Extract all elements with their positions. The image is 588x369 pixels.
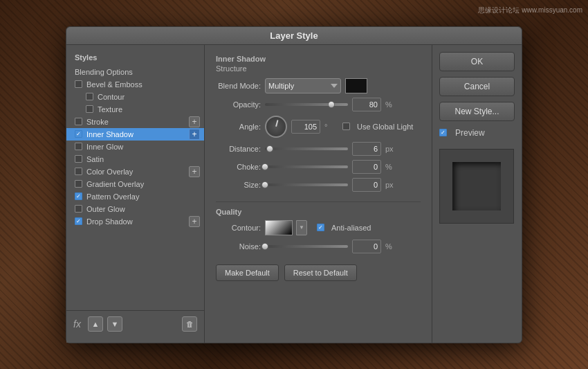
preview-label: Preview (455, 128, 485, 138)
satin-checkbox[interactable] (75, 155, 82, 163)
dialog-titlebar: Layer Style (66, 27, 522, 45)
inner-shadow-checkbox[interactable] (75, 130, 82, 138)
inner-shadow-add-btn[interactable]: + (189, 129, 200, 140)
anti-aliased-checkbox[interactable] (317, 224, 324, 231)
middle-panel: Inner Shadow Structure Blend Mode: Multi… (205, 45, 432, 343)
noise-slider-track (265, 245, 348, 248)
opacity-input[interactable] (352, 98, 381, 111)
make-default-button[interactable]: Make Default (216, 264, 279, 281)
sidebar-item-color-overlay[interactable]: Color Overlay + (66, 165, 204, 178)
color-overlay-add-btn[interactable]: + (189, 166, 200, 177)
angle-dial[interactable] (265, 116, 287, 138)
move-up-btn[interactable]: ▲ (88, 316, 103, 332)
sidebar-item-inner-glow[interactable]: Inner Glow (66, 141, 204, 153)
use-global-light-checkbox[interactable] (342, 123, 350, 130)
drop-shadow-label: Drop Shadow (86, 217, 133, 226)
dialog-body: Styles Blending Options Bevel & Emboss C… (66, 45, 522, 343)
ok-button[interactable]: OK (439, 52, 515, 71)
contour-row: Contour: ▼ Anti-aliased (216, 220, 421, 235)
choke-input[interactable] (352, 160, 381, 174)
inner-shadow-label: Inner Shadow (86, 130, 134, 138)
angle-label: Angle: (216, 123, 261, 131)
distance-input[interactable] (352, 142, 381, 156)
opacity-row: Opacity: % (216, 98, 421, 111)
sidebar-item-drop-shadow[interactable]: Drop Shadow + (66, 215, 204, 228)
distance-row: Distance: px (216, 142, 421, 156)
color-overlay-checkbox[interactable] (75, 168, 82, 175)
distance-slider-container[interactable] (265, 144, 348, 154)
sidebar-item-inner-shadow[interactable]: Inner Shadow + (66, 128, 204, 141)
sidebar-item-contour[interactable]: Contour (66, 91, 204, 103)
angle-input[interactable] (291, 120, 320, 134)
new-style-button[interactable]: New Style... (439, 102, 515, 121)
styles-title: Styles (66, 51, 204, 66)
chevron-down-icon: ▼ (299, 224, 304, 231)
cancel-button[interactable]: Cancel (439, 77, 515, 96)
noise-unit: % (385, 242, 395, 251)
move-down-btn[interactable]: ▼ (107, 316, 122, 332)
angle-row: Angle: ° Use Global Light (216, 116, 421, 138)
opacity-slider-container[interactable] (265, 100, 348, 109)
drop-shadow-add-btn[interactable]: + (189, 216, 200, 227)
gradient-overlay-label: Gradient Overlay (86, 180, 144, 188)
size-unit: px (385, 181, 395, 189)
anti-aliased-row: Anti-aliased (317, 224, 371, 232)
contour-label: Contour (98, 93, 125, 101)
dialog-title: Layer Style (270, 30, 318, 41)
sidebar-item-gradient-overlay[interactable]: Gradient Overlay (66, 178, 204, 190)
stroke-label: Stroke (86, 118, 109, 126)
reset-default-button[interactable]: Reset to Default (284, 264, 357, 281)
size-slider-thumb (261, 181, 268, 188)
left-panel: Styles Blending Options Bevel & Emboss C… (66, 45, 205, 343)
choke-row: Choke: % (216, 160, 421, 174)
noise-input[interactable] (352, 240, 381, 253)
satin-label: Satin (86, 155, 104, 163)
blending-options-label: Blending Options (75, 68, 133, 76)
choke-label: Choke: (216, 163, 261, 171)
sidebar-item-outer-glow[interactable]: Outer Glow (66, 203, 204, 215)
blend-color-swatch[interactable] (345, 78, 367, 93)
dialog: Layer Style Styles Blending Options Beve… (66, 26, 522, 343)
bevel-emboss-checkbox[interactable] (75, 80, 82, 88)
opacity-slider-thumb (328, 101, 335, 108)
preview-checkbox[interactable] (439, 129, 447, 136)
contour-checkbox[interactable] (86, 93, 93, 100)
size-label: Size: (216, 181, 261, 189)
blend-mode-select[interactable]: Multiply Normal Screen Overlay (265, 78, 341, 93)
sidebar-item-satin[interactable]: Satin (66, 153, 204, 165)
sidebar-item-pattern-overlay[interactable]: Pattern Overlay (66, 190, 204, 203)
watermark: 思缘设计论坛 www.missyuan.com (478, 6, 582, 15)
choke-slider-container[interactable] (265, 162, 348, 172)
texture-checkbox[interactable] (86, 105, 93, 113)
contour-preview[interactable] (265, 220, 293, 235)
drop-shadow-checkbox[interactable] (75, 217, 82, 225)
outer-glow-checkbox[interactable] (75, 205, 82, 213)
stroke-checkbox[interactable] (75, 118, 82, 125)
sidebar-item-blending-options[interactable]: Blending Options (66, 66, 204, 78)
delete-btn[interactable]: 🗑 (182, 316, 197, 332)
choke-slider-thumb (261, 163, 268, 170)
right-panel: OK Cancel New Style... Preview (432, 45, 522, 343)
contour-dropdown-arrow[interactable]: ▼ (296, 220, 307, 235)
gradient-overlay-checkbox[interactable] (75, 180, 82, 188)
sidebar-item-texture[interactable]: Texture (66, 103, 204, 116)
left-footer: fx ▲ ▼ 🗑 (66, 310, 204, 337)
sidebar-item-bevel-emboss[interactable]: Bevel & Emboss (66, 78, 204, 91)
contour-label-text: Contour: (216, 224, 261, 232)
distance-unit: px (385, 145, 395, 153)
pattern-overlay-checkbox[interactable] (75, 192, 82, 200)
sidebar-item-stroke[interactable]: Stroke + (66, 116, 204, 128)
preview-inner (452, 162, 501, 210)
outer-glow-label: Outer Glow (86, 205, 125, 213)
noise-label: Noise: (216, 242, 261, 251)
size-slider-track (265, 183, 348, 186)
use-global-light-row: Use Global Light (342, 123, 413, 131)
inner-glow-label: Inner Glow (86, 143, 123, 151)
stroke-add-btn[interactable]: + (189, 116, 200, 127)
size-slider-container[interactable] (265, 180, 348, 190)
texture-label: Texture (98, 105, 122, 114)
distance-label: Distance: (216, 145, 261, 153)
inner-glow-checkbox[interactable] (75, 143, 82, 150)
size-input[interactable] (352, 178, 381, 192)
noise-slider-container[interactable] (265, 242, 348, 251)
